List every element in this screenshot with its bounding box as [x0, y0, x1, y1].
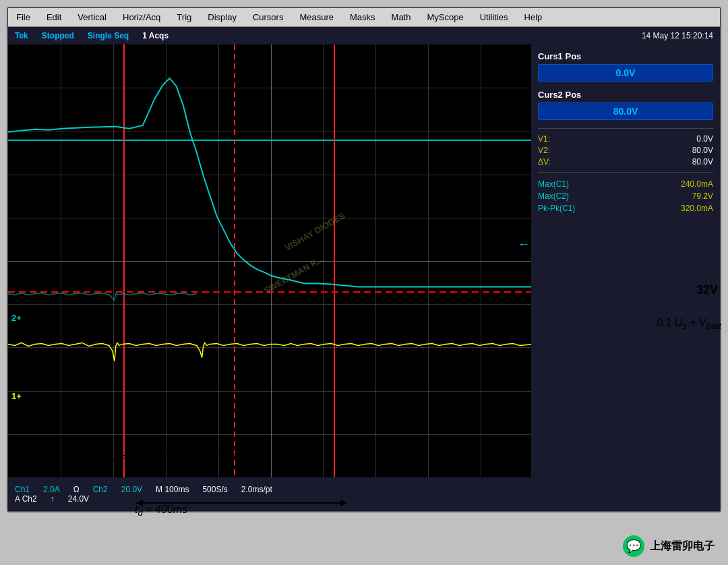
- maxc2-label: Max(C2): [538, 191, 569, 201]
- menu-edit[interactable]: Edit: [44, 11, 64, 24]
- wechat-text: 上海雷卯电子: [650, 539, 715, 554]
- menu-help[interactable]: Help: [522, 11, 545, 24]
- dv-value: 80.0V: [692, 157, 713, 167]
- maxc2-row: Max(C2) 79.2V: [538, 190, 713, 202]
- datetime-label: 14 May 12 15:20:14: [642, 31, 713, 40]
- scope-frame: File Edit Vertical Horiz/Acq Trig Displa…: [7, 7, 721, 512]
- menu-cursors[interactable]: Cursors: [250, 11, 286, 24]
- curs2-value: 80.0V: [538, 102, 713, 120]
- svg-marker-1: [236, 451, 243, 458]
- acqs-label: 1 Acqs: [142, 31, 169, 40]
- curs1-value: 0.0V: [538, 64, 713, 82]
- tc-arrows-svg: [20, 438, 357, 471]
- wechat-footer: 💬 上海雷卯电子: [623, 535, 715, 557]
- menu-display[interactable]: Display: [205, 11, 239, 24]
- meas-section: Max(C1) 240.0mA Max(C2) 79.2V Pk-Pk(C1) …: [538, 178, 713, 214]
- menu-vertical[interactable]: Vertical: [75, 11, 109, 24]
- maxc2-value: 79.2V: [692, 191, 713, 201]
- svg-marker-4: [340, 500, 347, 506]
- status-bar: Tek Stopped Single Seq 1 Acqs 14 May 12 …: [8, 27, 720, 44]
- label-formula: 0.1 Us + Vbatt: [657, 317, 721, 331]
- waveform-yellow: [8, 44, 533, 428]
- panel-divider-1: [538, 128, 713, 129]
- menu-trig[interactable]: Trig: [174, 11, 194, 24]
- curs1-label: Curs1 Pos: [538, 51, 713, 61]
- v1-row: V1: 0.0V: [538, 134, 713, 144]
- arrow-indicator: ←: [518, 237, 530, 251]
- menu-math[interactable]: Math: [389, 11, 414, 24]
- maxc1-row: Max(C1) 240.0mA: [538, 178, 713, 190]
- dv-label: ΔV:: [538, 157, 551, 167]
- dv-row: ΔV: 80.0V: [538, 157, 713, 167]
- v2-row: V2: 80.0V: [538, 146, 713, 155]
- brand-label: Tek: [15, 31, 28, 40]
- v1-value: 0.0V: [696, 134, 713, 144]
- scope-display: 2+ 1+ VISHAY DIODES SWEETMAN K...: [8, 44, 534, 477]
- v2-value: 80.0V: [692, 146, 713, 155]
- seq-label: Single Seq: [88, 31, 129, 40]
- wechat-icon: 💬: [623, 535, 644, 557]
- menu-measure[interactable]: Measure: [297, 11, 336, 24]
- td-label: td = 400ms: [135, 504, 187, 518]
- ch1-marker: 1+: [11, 391, 22, 401]
- menu-masks[interactable]: Masks: [347, 11, 378, 24]
- maxc1-label: Max(C1): [538, 179, 569, 189]
- menu-utilities[interactable]: Utilities: [477, 11, 511, 24]
- menu-myscope[interactable]: MyScope: [424, 11, 466, 24]
- pkpkc1-label: Pk-Pk(C1): [538, 204, 575, 213]
- pkpkc1-value: 320.0mA: [681, 204, 713, 213]
- pkpkc1-row: Pk-Pk(C1) 320.0mA: [538, 202, 713, 214]
- panel-divider-2: [538, 172, 713, 173]
- tc-label: tC at Vc=32V: [88, 451, 146, 465]
- menu-file[interactable]: File: [13, 11, 33, 24]
- v2-label: V2:: [538, 146, 550, 155]
- curs2-label: Curs2 Pos: [538, 90, 713, 100]
- ch2-marker: 2+: [11, 313, 22, 323]
- mode-label: Stopped: [42, 31, 74, 40]
- maxc1-value: 240.0mA: [681, 179, 713, 189]
- td-arrows-svg: [20, 489, 438, 516]
- td-annotation-area: [20, 489, 438, 519]
- main-container: File Edit Vertical Horiz/Acq Trig Displa…: [0, 0, 728, 565]
- label-32v: 32V: [696, 283, 718, 297]
- menu-bar: File Edit Vertical Horiz/Acq Trig Displa…: [8, 8, 720, 27]
- menu-horiz[interactable]: Horiz/Acq: [120, 11, 163, 24]
- v1-label: V1:: [538, 134, 550, 144]
- right-panel: Curs1 Pos 0.0V Curs2 Pos 80.0V V1: 0.0V …: [531, 44, 720, 477]
- tc-annotation-area: [20, 438, 357, 474]
